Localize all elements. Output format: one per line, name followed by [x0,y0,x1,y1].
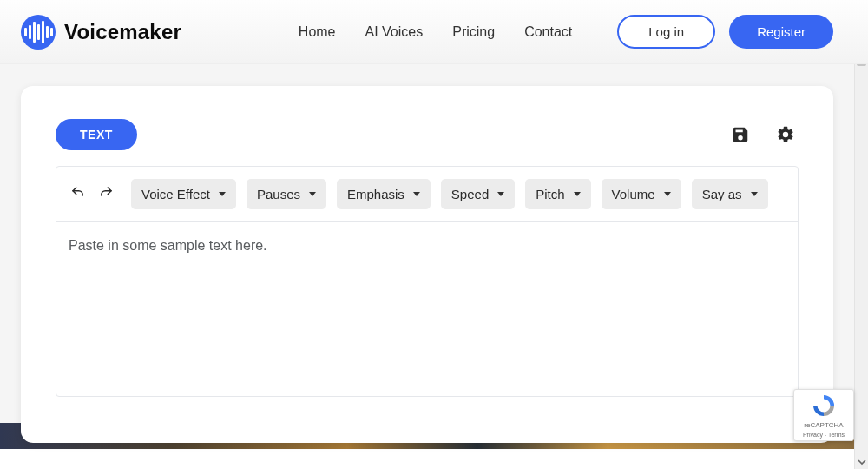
editor-panel: TEXT Voice Effect Pauses Emphasis Sp [21,86,833,443]
nav-pricing[interactable]: Pricing [452,24,495,40]
settings-icon[interactable] [773,122,799,148]
register-button[interactable]: Register [729,15,833,49]
scroll-down-icon[interactable] [855,455,868,469]
recaptcha-label: reCAPTCHA [804,421,843,429]
speed-dropdown[interactable]: Speed [441,179,515,209]
say-as-dropdown[interactable]: Say as [692,179,768,209]
recaptcha-terms: Privacy - Terms [803,432,845,438]
dropdown-label: Volume [612,187,655,201]
dropdown-label: Emphasis [347,187,404,201]
dropdown-label: Speed [451,187,489,201]
chevron-down-icon [751,192,758,196]
recaptcha-icon [811,393,837,419]
main-nav: Home AI Voices Pricing Contact [299,24,572,40]
recaptcha-badge[interactable]: reCAPTCHA Privacy - Terms [793,389,854,441]
logo-text: Voicemaker [64,20,181,44]
history-controls [69,183,115,205]
undo-icon[interactable] [69,183,88,205]
login-button[interactable]: Log in [617,15,715,49]
panel-header-icons [727,122,799,148]
pitch-dropdown[interactable]: Pitch [525,179,590,209]
save-icon[interactable] [727,122,753,148]
text-input-area[interactable]: Paste in some sample text here. [56,222,798,396]
logo[interactable]: Voicemaker [21,15,181,50]
chevron-down-icon [574,192,581,196]
nav-home[interactable]: Home [299,24,336,40]
tab-text[interactable]: TEXT [56,119,137,150]
editor-toolbar: Voice Effect Pauses Emphasis Speed Pitch… [56,167,798,222]
logo-icon [21,15,56,50]
nav-ai-voices[interactable]: AI Voices [365,24,424,40]
chevron-down-icon [219,192,226,196]
header: Voicemaker Home AI Voices Pricing Contac… [0,0,868,64]
dropdown-label: Voice Effect [141,187,210,201]
browser-scrollbar[interactable] [854,0,868,469]
dropdown-label: Pitch [536,187,564,201]
pauses-dropdown[interactable]: Pauses [247,179,326,209]
redo-icon[interactable] [96,183,115,205]
placeholder-text: Paste in some sample text here. [69,238,786,254]
footer-whitespace [0,449,868,469]
chevron-down-icon [664,192,671,196]
auth-buttons: Log in Register [617,15,833,49]
volume-dropdown[interactable]: Volume [602,179,681,209]
chevron-down-icon [309,192,316,196]
nav-contact[interactable]: Contact [524,24,572,40]
chevron-down-icon [497,192,504,196]
emphasis-dropdown[interactable]: Emphasis [337,179,431,209]
dropdown-label: Say as [702,187,742,201]
dropdown-label: Pauses [257,187,300,201]
chevron-down-icon [413,192,420,196]
voice-effect-dropdown[interactable]: Voice Effect [131,179,236,209]
panel-header: TEXT [56,119,799,150]
text-editor: Voice Effect Pauses Emphasis Speed Pitch… [56,166,799,397]
